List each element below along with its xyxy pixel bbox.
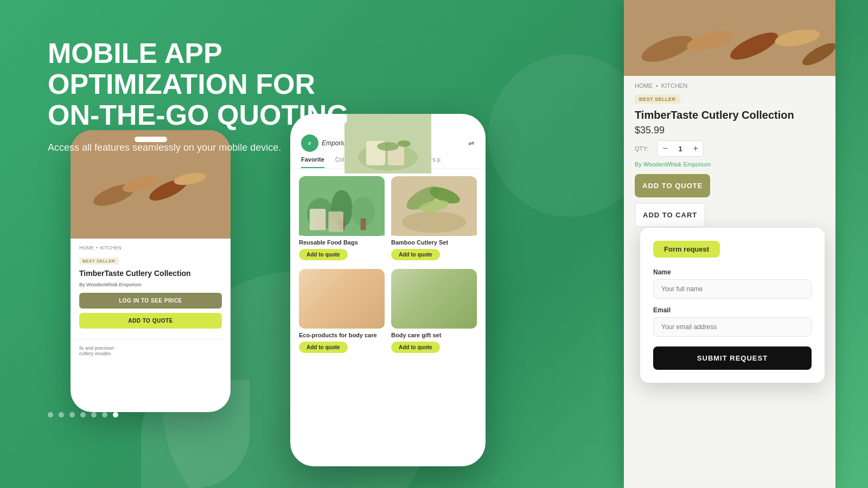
name-field-label: Name [653, 268, 812, 276]
phone1-add-to-quote-button[interactable]: ADD TO QUOTE [79, 313, 222, 329]
dot-4[interactable] [80, 412, 86, 418]
dot-2[interactable] [59, 412, 64, 418]
phone3-breadcrumb: HOME • KITCHEN [624, 76, 835, 93]
phone1-bottom-text: ils and precision cutlery exudes [71, 339, 231, 362]
phone3-product-title: TimberTaste Cutlery Collection [624, 109, 835, 121]
phone1-badge: BEST SELLER [79, 258, 119, 265]
qty-increase-button[interactable]: + [688, 141, 703, 156]
product-card-eco: Eco-products for body care Add to quote [299, 269, 385, 355]
submit-request-button[interactable]: SUBMIT REQUEST [653, 346, 812, 370]
qty-label: QTY: [635, 145, 648, 152]
email-field-label: Email [653, 306, 812, 314]
name-input[interactable] [653, 279, 812, 299]
dot-6[interactable] [102, 412, 107, 418]
carousel-dots[interactable] [48, 412, 118, 418]
product-title-eco: Eco-products for body care [299, 332, 385, 338]
qty-value: 1 [673, 145, 688, 153]
product-card-bags: Reusable Food Bags Add to quote [299, 176, 385, 262]
add-to-quote-eco-button[interactable]: Add to quote [299, 342, 348, 353]
qty-control[interactable]: − 1 + [657, 140, 704, 157]
phone3-add-to-quote-button[interactable]: ADD TO QUOTE [635, 174, 710, 197]
phone1-by: By WoodenWhisk Emporium [79, 282, 222, 287]
form-request-popup: Form request Name Email SUBMIT REQUEST [640, 228, 825, 383]
product-image-eco [299, 269, 385, 329]
phone3-add-to-cart-button[interactable]: ADD TO CART [635, 203, 705, 227]
qty-decrease-button[interactable]: − [658, 141, 673, 156]
phone3-product-image [624, 0, 835, 76]
product-title-bodycare: Body care gift set [391, 332, 477, 338]
phone3-badge: BEST SELLER [635, 95, 680, 104]
product-image-cutlery [391, 176, 477, 236]
phone1-product-title: TimberTaste Cutlery Collection [79, 269, 222, 278]
product-title-bags: Reusable Food Bags [299, 239, 385, 246]
phone3-price: $35.99 [624, 125, 835, 136]
svg-rect-6 [361, 219, 366, 230]
phone2-product-grid: Reusable Food Bags Add to quote Bamboo C… [290, 176, 486, 355]
dot-3[interactable] [69, 412, 75, 418]
email-input[interactable] [653, 317, 812, 337]
form-request-tab-label: Form request [653, 241, 720, 258]
product-image-bags [299, 176, 385, 236]
product-card-cutlery: Bamboo Cutlery Set Add to quote [391, 176, 477, 262]
add-to-quote-bodycare-button[interactable]: Add to quote [391, 342, 440, 353]
product-image-bodycare [391, 269, 477, 329]
login-to-see-price-button[interactable]: LOG IN TO SEE PRICE [79, 293, 222, 309]
add-to-quote-cutlery-button[interactable]: Add to quote [391, 249, 440, 260]
dot-7-active[interactable] [113, 412, 118, 418]
svg-rect-7 [310, 209, 326, 230]
add-to-quote-bags-button[interactable]: Add to quote [299, 249, 348, 260]
product-title-cutlery: Bamboo Cutlery Set [391, 239, 477, 246]
sub-heading: Access all features seamlessly on your m… [48, 142, 384, 153]
dot-1[interactable] [48, 412, 53, 418]
phone1-breadcrumb: HOME • KITCHEN [79, 245, 222, 251]
phone3-by: By WoodenWhisk Emporium [624, 161, 835, 168]
product-card-bodycare: Body care gift set Add to quote [391, 269, 477, 355]
phone3-qty-row: QTY: − 1 + [624, 140, 835, 157]
main-heading: MOBILE APP OPTIMIZATION FOR ON-THE-GO QU… [48, 38, 384, 131]
svg-point-10 [402, 211, 467, 233]
hero-text-section: MOBILE APP OPTIMIZATION FOR ON-THE-GO QU… [48, 38, 384, 175]
dot-5[interactable] [91, 412, 97, 418]
svg-rect-8 [328, 211, 343, 232]
